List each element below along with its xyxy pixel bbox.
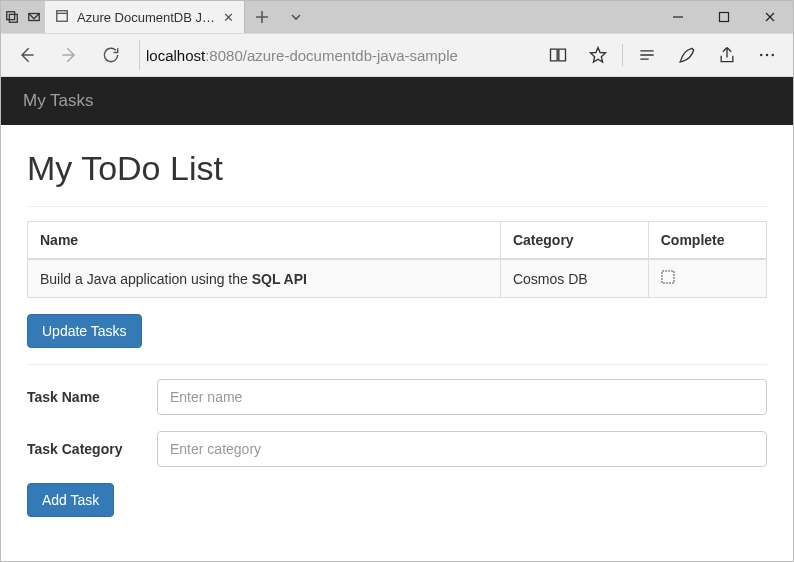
brand[interactable]: My Tasks	[23, 91, 94, 111]
svg-point-5	[760, 54, 763, 57]
app-navbar: My Tasks	[1, 77, 793, 125]
task-category-input[interactable]	[157, 431, 767, 467]
svg-rect-3	[57, 10, 68, 21]
hub-icon[interactable]	[627, 33, 667, 77]
cell-category: Cosmos DB	[500, 259, 648, 298]
add-task-button[interactable]: Add Task	[27, 483, 114, 517]
svg-point-6	[766, 54, 769, 57]
window-controls	[655, 1, 793, 33]
tasks-table: Name Category Complete Build a Java appl…	[27, 221, 767, 298]
browser-tab[interactable]: Azure DocumentDB Jav ✕	[45, 1, 245, 33]
refresh-button[interactable]	[91, 33, 131, 77]
browser-chrome: Azure DocumentDB Jav ✕ localhost:8	[1, 1, 793, 77]
share-icon[interactable]	[707, 33, 747, 77]
form-row-category: Task Category	[27, 431, 767, 467]
tab-title: Azure DocumentDB Jav	[77, 10, 215, 25]
favorite-star-icon[interactable]	[578, 33, 618, 77]
page-title: My ToDo List	[27, 149, 767, 188]
col-name: Name	[28, 222, 501, 260]
svg-rect-0	[7, 12, 15, 20]
svg-rect-4	[720, 13, 729, 22]
address-bar: localhost:8080/azure-documentdb-java-sam…	[1, 33, 793, 77]
divider	[27, 364, 767, 365]
tab-close-icon[interactable]: ✕	[223, 10, 234, 25]
col-complete: Complete	[648, 222, 766, 260]
separator	[622, 44, 623, 66]
back-button[interactable]	[7, 33, 47, 77]
col-category: Category	[500, 222, 648, 260]
notes-icon[interactable]	[667, 33, 707, 77]
titlebar: Azure DocumentDB Jav ✕	[1, 1, 793, 33]
tab-actions-icon[interactable]	[1, 1, 23, 33]
svg-point-7	[772, 54, 775, 57]
task-name-label: Task Name	[27, 388, 157, 406]
table-header-row: Name Category Complete	[28, 222, 767, 260]
task-name-input[interactable]	[157, 379, 767, 415]
form-row-name: Task Name	[27, 379, 767, 415]
tab-preview-icon[interactable]	[23, 1, 45, 33]
svg-rect-8	[662, 271, 674, 283]
minimize-button[interactable]	[655, 1, 701, 33]
page-favicon-icon	[55, 9, 69, 26]
close-window-button[interactable]	[747, 1, 793, 33]
new-tab-button[interactable]	[245, 1, 279, 33]
update-tasks-button[interactable]: Update Tasks	[27, 314, 142, 348]
tabstrip: Azure DocumentDB Jav ✕	[45, 1, 655, 33]
url-field[interactable]: localhost:8080/azure-documentdb-java-sam…	[139, 40, 536, 70]
cell-name: Build a Java application using the SQL A…	[28, 259, 501, 298]
svg-rect-1	[9, 14, 17, 22]
page: My Tasks My ToDo List Name Category Comp…	[1, 77, 793, 551]
task-category-label: Task Category	[27, 440, 157, 458]
complete-checkbox[interactable]	[661, 271, 675, 287]
table-row: Build a Java application using the SQL A…	[28, 259, 767, 298]
maximize-button[interactable]	[701, 1, 747, 33]
reading-view-icon[interactable]	[538, 33, 578, 77]
url-path: :8080/azure-documentdb-java-sample	[205, 47, 458, 64]
tab-menu-icon[interactable]	[279, 1, 313, 33]
url-host: localhost	[146, 47, 205, 64]
cell-complete	[648, 259, 766, 298]
divider	[27, 206, 767, 207]
forward-button[interactable]	[49, 33, 89, 77]
more-icon[interactable]	[747, 33, 787, 77]
